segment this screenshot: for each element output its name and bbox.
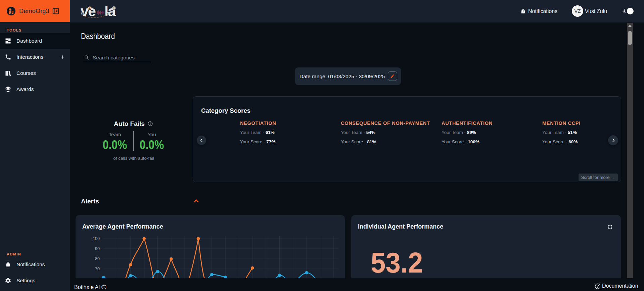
svg-text:80: 80 xyxy=(95,256,100,261)
svg-text:100: 100 xyxy=(93,236,100,241)
svg-text:la: la xyxy=(104,3,116,19)
svg-text:90: 90 xyxy=(95,246,100,251)
svg-text:ve: ve xyxy=(81,3,96,19)
svg-text:70: 70 xyxy=(95,266,100,271)
